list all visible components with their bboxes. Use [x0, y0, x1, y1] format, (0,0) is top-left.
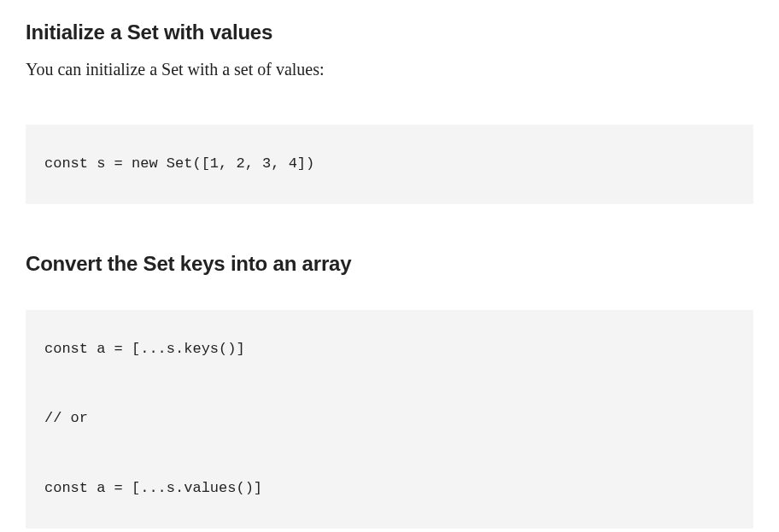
section-description-initialize: You can initialize a Set with a set of v…: [26, 56, 753, 82]
code-block-convert: const a = [...s.keys()] // or const a = …: [26, 310, 753, 529]
code-block-initialize: const s = new Set([1, 2, 3, 4]): [26, 125, 753, 204]
section-heading-initialize: Initialize a Set with values: [26, 20, 753, 44]
section-heading-convert: Convert the Set keys into an array: [26, 252, 753, 276]
